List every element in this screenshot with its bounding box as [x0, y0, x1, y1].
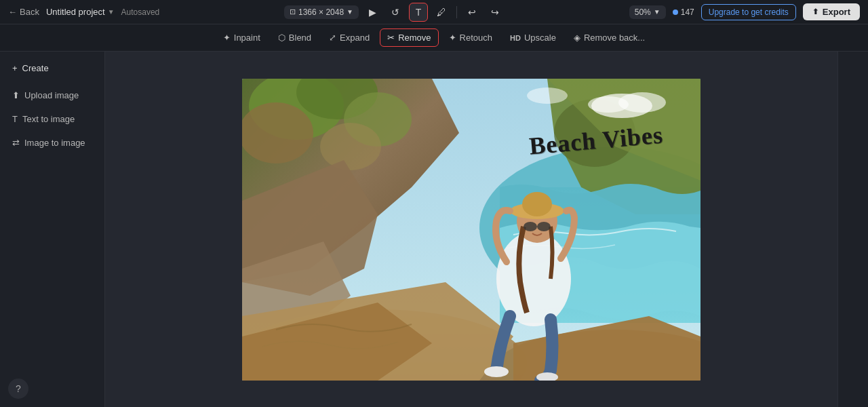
credits-count: 147	[681, 7, 694, 17]
sidebar-item-image2image[interactable]: ⇄ Image to image	[5, 132, 99, 153]
svg-point-23	[484, 366, 509, 377]
create-icon: +	[12, 63, 18, 73]
inpaint-label: Inpaint	[234, 33, 260, 43]
svg-point-22	[522, 192, 552, 216]
toolbar-row: ✦ Inpaint ⬡ Blend ⤢ Expand ✂ Remove ✦ Re…	[0, 24, 868, 52]
project-name[interactable]: Untitled project ▼	[46, 7, 115, 17]
canvas-area[interactable]: Beach Vibes	[105, 52, 837, 407]
upgrade-button[interactable]: Upgrade to get credits	[701, 4, 796, 20]
remove-label: Remove	[398, 33, 431, 43]
toolbar-retouch[interactable]: ✦ Retouch	[441, 28, 500, 47]
remove-back-label: Remove back...	[584, 33, 645, 43]
export-arrow-icon: ⬆	[812, 7, 818, 16]
sidebar-item-upload[interactable]: ⬆ Upload image	[5, 85, 99, 106]
retouch-icon: ✦	[449, 33, 456, 43]
project-chevron-icon: ▼	[108, 8, 115, 16]
right-panel	[837, 52, 868, 407]
inpaint-icon: ✦	[223, 33, 231, 43]
credits-badge: 147	[673, 7, 694, 17]
expand-icon: ⤢	[329, 33, 336, 43]
sidebar: + Create ⬆ Upload image T Text to image …	[0, 52, 105, 407]
zoom-control[interactable]: 50% ▼	[629, 5, 666, 19]
project-name-label: Untitled project	[46, 7, 105, 17]
back-arrow-icon: ←	[8, 7, 17, 17]
canvas-image: Beach Vibes	[242, 79, 701, 381]
help-button[interactable]: ?	[8, 379, 28, 399]
svg-point-25	[524, 222, 537, 231]
topbar-center: ⊡ 1366 × 2048 ▼ ▶ ↺ T 🖊 ↩ ↪	[284, 3, 505, 22]
undo-button[interactable]: ↩	[462, 3, 481, 22]
dimension-icon: ⊡	[290, 7, 296, 16]
help-area: ?	[8, 379, 28, 399]
text-tool-button[interactable]: T	[409, 3, 428, 22]
credits-dot-icon	[673, 9, 678, 15]
zoom-chevron-icon: ▼	[654, 8, 660, 16]
upload-icon: ⬆	[12, 90, 20, 100]
toolbar-upscale[interactable]: HD Upscale	[502, 28, 564, 47]
upgrade-label: Upgrade to get credits	[709, 7, 789, 17]
pen-tool-button[interactable]: 🖊	[432, 3, 451, 22]
expand-label: Expand	[340, 33, 370, 43]
toolbar-expand[interactable]: ⤢ Expand	[321, 28, 377, 47]
sidebar-item-text[interactable]: T Text to image	[5, 109, 99, 130]
svg-point-26	[537, 222, 551, 231]
svg-point-8	[320, 123, 381, 170]
topbar: ← Back Untitled project ▼ Autosaved ⊡ 13…	[0, 0, 868, 24]
dimension-selector[interactable]: ⊡ 1366 × 2048 ▼	[284, 5, 359, 19]
refresh-tool-button[interactable]: ↺	[386, 3, 405, 22]
text-icon: T	[12, 114, 18, 124]
upscale-icon: HD	[510, 34, 521, 42]
toolbar-remove[interactable]: ✂ Remove	[380, 28, 438, 47]
toolbar-remove-back[interactable]: ◈ Remove back...	[566, 28, 652, 47]
select-tool-button[interactable]: ▶	[363, 3, 382, 22]
upload-label: Upload image	[24, 90, 79, 100]
svg-point-32	[588, 96, 629, 113]
blend-icon: ⬡	[278, 33, 285, 43]
retouch-label: Retouch	[460, 33, 492, 43]
text-label: Text to image	[22, 114, 75, 124]
image2image-icon: ⇄	[12, 138, 20, 148]
create-button[interactable]: + Create	[5, 58, 99, 78]
upscale-label: Upscale	[524, 33, 556, 43]
image2image-label: Image to image	[24, 138, 85, 148]
remove-back-icon: ◈	[574, 33, 580, 43]
topbar-left: ← Back Untitled project ▼ Autosaved	[8, 7, 159, 17]
toolbar-blend[interactable]: ⬡ Blend	[271, 28, 319, 47]
blend-label: Blend	[289, 33, 311, 43]
export-label: Export	[823, 7, 850, 17]
svg-point-33	[527, 88, 568, 104]
zoom-value: 50%	[635, 7, 651, 17]
dimension-value: 1366 × 2048	[298, 7, 344, 17]
remove-icon: ✂	[387, 33, 395, 43]
back-button[interactable]: ← Back	[8, 7, 39, 17]
svg-point-7	[242, 102, 313, 163]
dimension-chevron-icon: ▼	[347, 8, 353, 16]
redo-button[interactable]: ↪	[486, 3, 505, 22]
tool-separator	[456, 6, 457, 18]
export-button[interactable]: ⬆ Export	[803, 3, 860, 20]
toolbar-inpaint[interactable]: ✦ Inpaint	[216, 28, 268, 47]
create-label: Create	[22, 63, 49, 73]
autosaved-label: Autosaved	[121, 7, 160, 17]
back-label: Back	[20, 7, 39, 17]
topbar-right: 50% ▼ 147 Upgrade to get credits ⬆ Expor…	[629, 3, 860, 20]
main-area: + Create ⬆ Upload image T Text to image …	[0, 52, 868, 407]
